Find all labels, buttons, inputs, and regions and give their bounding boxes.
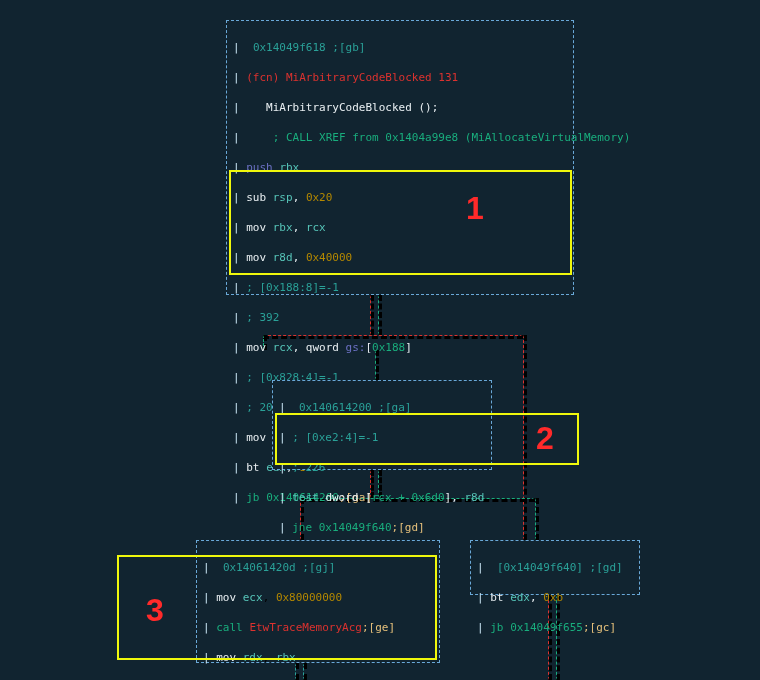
gb-addr: 0x14049f618 <box>253 41 326 54</box>
node-gj[interactable]: | 0x14061420d ;[gj] | mov ecx, 0x8000000… <box>196 540 440 663</box>
gb-fcn-sig: MiArbitraryCodeBlocked (); <box>246 101 438 114</box>
ga-cmt1: ; [0xe2:4]=-1 <box>292 431 378 444</box>
highlight-3-label: 3 <box>135 592 175 629</box>
gb-sub-r: rsp <box>273 191 293 204</box>
ga-tag: ;[ga] <box>378 401 411 414</box>
gb-push-op: push <box>246 161 273 174</box>
gb-sub-imm: 0x20 <box>306 191 333 204</box>
ga-cmt2: ; 226 <box>292 461 325 474</box>
node-ga[interactable]: | 0x140614200 ;[ga] | ; [0xe2:4]=-1 | ; … <box>272 380 492 470</box>
gd-addr: [0x14049f640] <box>497 561 583 574</box>
gb-mov2-op: mov <box>246 251 266 264</box>
gb-tag: ;[gb] <box>332 41 365 54</box>
gd-tag: ;[gd] <box>590 561 623 574</box>
gb-cmt1: ; [0x188:8]=-1 <box>246 281 339 294</box>
gb-sub-op: sub <box>246 191 266 204</box>
gj-addr: 0x14061420d <box>223 561 296 574</box>
gb-fcn: (fcn) MiArbitraryCodeBlocked 131 <box>246 71 458 84</box>
node-gd[interactable]: | [0x14049f640] ;[gd] | bt edx, 0xb | jb… <box>470 540 640 595</box>
gj-tag: ;[gj] <box>302 561 335 574</box>
gb-mov1-op: mov <box>246 221 266 234</box>
gb-cmt2: ; 392 <box>246 311 279 324</box>
node-gb[interactable]: | 0x14049f618 ;[gb] | (fcn) MiArbitraryC… <box>226 20 574 295</box>
gb-xref: ; CALL XREF from 0x1404a99e8 (MiAllocate… <box>246 131 630 144</box>
gb-push-reg: rbx <box>279 161 299 174</box>
ga-addr: 0x140614200 <box>299 401 372 414</box>
